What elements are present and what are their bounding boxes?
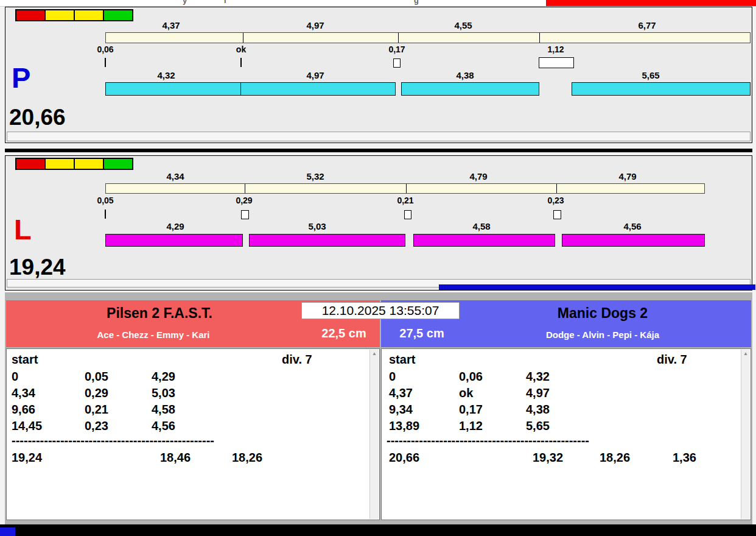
- start-lights-l: [15, 158, 133, 170]
- table-cell: 0: [12, 370, 18, 383]
- l-start-mark-1: [105, 210, 106, 219]
- right-total-time: 20,66: [389, 451, 419, 464]
- l-run-bar-3: [413, 234, 555, 247]
- l-run-bar-1: [105, 234, 243, 247]
- table-cell: 13,89: [389, 419, 419, 432]
- right-results-table: start div. 7 0 0,06 4,32 4,37 ok 4,97 9,…: [381, 348, 751, 520]
- right-start-label: start: [389, 353, 415, 366]
- l-total-time: 19,24: [9, 256, 66, 278]
- p-split-3: 0,17: [388, 45, 405, 54]
- p-upper-seg-1: 4,37: [162, 21, 180, 30]
- lane-letter-p: P: [12, 63, 30, 92]
- menu-fragment: g: [414, 0, 419, 5]
- p-total-time: 20,66: [9, 106, 66, 129]
- l-run-bar-4: [562, 234, 705, 247]
- p-upper-seg-4: 6,77: [638, 21, 656, 30]
- bottom-black-bar: [0, 524, 756, 536]
- l-upper-seg-3: 4,79: [469, 172, 487, 181]
- bottom-blue-marker: [0, 527, 15, 536]
- table-cell: 4,38: [526, 403, 550, 416]
- right-table-scrollbar[interactable]: ▲: [741, 350, 750, 519]
- p-run-4: 5,65: [642, 71, 659, 80]
- l-split-4: 0,23: [547, 196, 564, 205]
- tick-mark: [398, 33, 399, 43]
- l-upper-timeline-bar: [105, 183, 705, 194]
- table-cell: ok: [459, 386, 473, 400]
- right-net-time: 19,32: [533, 451, 563, 464]
- table-cell: 0,23: [85, 419, 108, 432]
- l-gap-box-3: [404, 210, 411, 219]
- table-cell: 4,34: [12, 386, 35, 400]
- table-separator: ----------------------------------------…: [387, 434, 601, 447]
- results-panel: Pilsen 2 F.A.S.T. Ace - Chezz - Emmy - K…: [5, 292, 752, 524]
- p-split-4: 1,12: [547, 45, 564, 54]
- start-light-red-icon: [16, 10, 45, 21]
- table-cell: 1,12: [459, 419, 483, 432]
- table-cell: 4,97: [526, 386, 550, 400]
- l-upper-seg-1: 4,34: [166, 172, 184, 181]
- table-cell: 0,05: [85, 370, 108, 383]
- right-diff-time: 1,36: [673, 451, 696, 464]
- p-status-strip: [7, 132, 751, 141]
- p-upper-seg-2: 4,97: [306, 21, 324, 30]
- l-split-3: 0,21: [397, 196, 413, 205]
- start-light-green-icon: [103, 158, 133, 169]
- race-clock: 12.10.2025 13:55:07: [301, 302, 460, 319]
- left-best-time: 18,26: [232, 451, 262, 464]
- top-red-bar: [546, 0, 756, 7]
- p-start-mark-2: [240, 58, 242, 67]
- p-split-1: 0,06: [97, 45, 113, 54]
- left-net-time: 18,46: [160, 451, 191, 464]
- l-run-3: 4,58: [472, 222, 490, 231]
- p-run-1: 4,32: [157, 71, 175, 80]
- lane-panel-p: 4,37 4,97 4,55 6,77 0,06 ok 0,17 1,12 P …: [5, 7, 752, 143]
- tick-mark: [406, 184, 407, 193]
- p-run-2: 4,97: [306, 71, 324, 80]
- tick-mark: [245, 184, 245, 193]
- table-cell: 4,29: [152, 370, 175, 383]
- table-cell: 9,34: [389, 403, 413, 416]
- p-gap-box-3: [393, 58, 401, 68]
- flyball-timer-screen: ý l g 4,37 4,97 4,55 6,77 0,06 ok 0,17 1…: [0, 0, 756, 536]
- lane-divider: [5, 149, 752, 152]
- p-gap-box-4: [539, 57, 574, 68]
- tick-mark: [556, 184, 557, 193]
- start-light-yellow2-icon: [74, 158, 103, 169]
- table-cell: 5,65: [526, 419, 550, 432]
- scroll-up-icon[interactable]: ▲: [741, 351, 750, 356]
- lane-letter-l: L: [14, 215, 32, 244]
- tick-mark: [243, 33, 243, 43]
- l-gap-box-4: [553, 210, 561, 219]
- l-run-1: 4,29: [166, 222, 184, 231]
- right-jump-height: 27,5 cm: [399, 326, 444, 340]
- start-light-green-icon: [103, 10, 133, 21]
- p-run-3: 4,38: [456, 71, 474, 80]
- p-upper-seg-3: 4,55: [454, 21, 472, 30]
- left-total-time: 19,24: [12, 451, 42, 464]
- table-cell: 4,37: [389, 386, 413, 400]
- l-split-1: 0,05: [97, 196, 113, 205]
- l-run-bar-2: [249, 234, 405, 247]
- table-cell: 0,29: [85, 386, 108, 400]
- left-table-scrollbar[interactable]: ▲: [369, 350, 379, 519]
- p-run-bar-4: [572, 82, 751, 96]
- left-start-label: start: [12, 353, 38, 366]
- start-lights-p: [15, 9, 133, 21]
- l-gap-box-2: [241, 210, 249, 219]
- l-run-2: 5,03: [308, 222, 326, 231]
- scroll-up-icon[interactable]: ▲: [370, 351, 379, 356]
- table-cell: 9,66: [12, 403, 35, 416]
- menu-fragment: l: [224, 0, 226, 5]
- table-cell: 14,45: [12, 419, 42, 432]
- table-cell: 0,06: [459, 370, 483, 383]
- start-light-yellow1-icon: [45, 158, 74, 169]
- l-upper-seg-2: 5,32: [306, 172, 324, 181]
- table-cell: 4,56: [152, 419, 175, 432]
- p-run-bar-1: [105, 82, 241, 96]
- left-results-table: start div. 7 0 0,05 4,29 4,34 0,29 5,03 …: [6, 348, 380, 520]
- p-run-bar-2: [240, 82, 396, 96]
- left-jump-height: 22,5 cm: [321, 326, 366, 340]
- p-upper-timeline-bar: [105, 32, 751, 43]
- start-light-red-icon: [16, 158, 45, 169]
- table-cell: 0,17: [459, 403, 483, 416]
